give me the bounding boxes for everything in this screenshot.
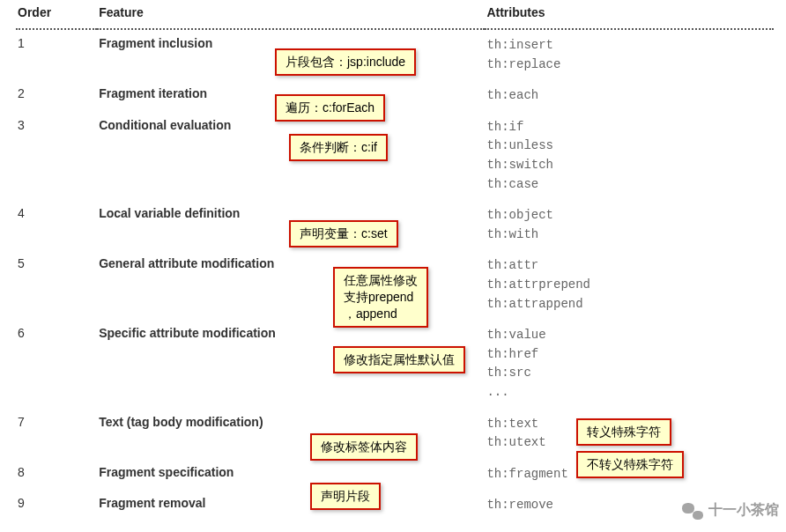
attribute-item: th:src [486,364,772,383]
annotation-label: 任意属性修改 支持prepend ，append [333,267,428,328]
feature-cell: Fragment removal [97,490,485,521]
order-cell: 9 [16,490,97,521]
annotation-label: 转义特殊字符 [576,418,671,446]
feature-cell: Fragment specification [97,459,485,491]
annotation-label: 片段包含：jsp:include [275,48,416,76]
attribute-item: th:insert [486,36,772,55]
feature-cell: Text (tag body modification) [97,409,485,459]
order-cell: 1 [16,29,97,80]
annotation-label: 条件判断：c:if [289,134,388,161]
order-cell: 3 [16,112,97,200]
table-row: 3Conditional evaluationth:ifth:unlessth:… [16,112,774,200]
attribute-item: th:value [486,326,772,345]
annotation-label: 声明片段 [310,483,381,510]
attribute-item: th:if [486,118,772,137]
attribute-item: th:href [486,345,772,365]
attribute-item: th:unless [486,137,772,156]
annotation-label: 不转义特殊字符 [576,451,684,478]
order-cell: 7 [16,409,97,459]
attribute-item: th:replace [486,55,772,75]
order-cell: 6 [16,320,97,408]
header-feature: Feature [97,0,485,29]
annotation-label: 遍历：c:forEach [275,94,385,122]
header-order: Order [16,0,97,29]
attribute-item: ... [486,383,772,403]
table-row: 2Fragment iterationth:each [16,80,774,112]
order-cell: 2 [16,80,97,112]
watermark-text: 十一小茶馆 [708,501,779,520]
table-row: 9Fragment removalth:remove [16,490,774,521]
order-cell: 4 [16,200,97,250]
attribute-item: th:attrprepend [486,276,772,295]
wechat-icon [682,502,703,520]
annotation-label: 修改标签体内容 [310,433,418,461]
watermark: 十一小茶馆 [682,501,779,520]
order-cell: 5 [16,250,97,320]
attributes-cell: th:objectth:with [485,200,774,250]
attribute-item: th:attr [486,256,772,276]
header-attributes: Attributes [485,0,774,29]
attributes-cell: th:each [485,80,774,112]
attribute-item: th:switch [486,156,772,175]
order-cell: 8 [16,459,97,491]
attribute-item: th:case [486,175,772,195]
attributes-cell: th:valueth:hrefth:src... [485,320,774,408]
attributes-cell: th:ifth:unlessth:switchth:case [485,112,774,200]
attribute-item: th:object [486,206,772,225]
attributes-cell: th:insertth:replace [485,29,774,80]
annotation-label: 修改指定属性默认值 [333,346,465,373]
attribute-item: th:with [486,225,772,245]
attribute-item: th:each [486,86,772,106]
attribute-item: th:attrappend [486,295,772,314]
attributes-cell: th:attrth:attrprependth:attrappend [485,250,774,320]
annotation-label: 声明变量：c:set [289,220,398,248]
